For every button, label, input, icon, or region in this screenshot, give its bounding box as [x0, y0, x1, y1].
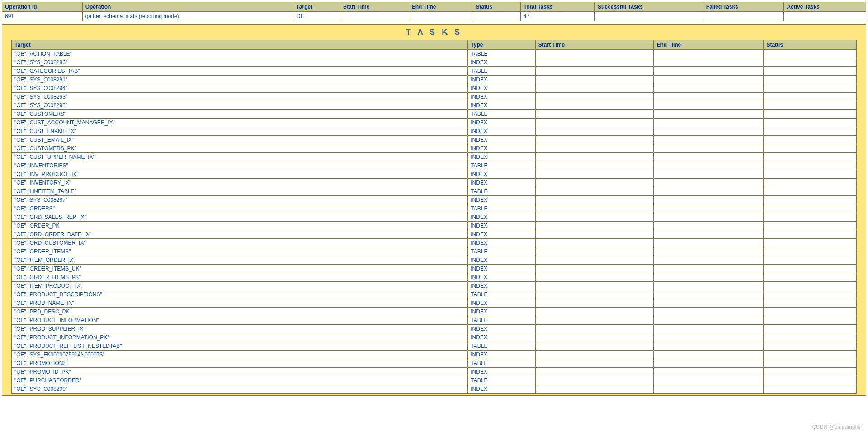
task-start-time-cell	[535, 247, 654, 256]
col-header-status: Status	[473, 2, 521, 12]
task-type-cell: INDEX	[468, 144, 536, 153]
task-type-cell: INDEX	[468, 299, 536, 308]
task-status-cell	[764, 127, 857, 136]
task-end-time-cell	[654, 351, 764, 359]
task-type-cell: INDEX	[468, 179, 536, 187]
operation-name-value: gather_schema_stats (reporting mode)	[82, 12, 293, 21]
task-status-cell	[764, 136, 857, 144]
task-start-time-cell	[535, 376, 654, 385]
operation-end-time-value	[409, 12, 473, 21]
col-header-task-status: Status	[764, 40, 857, 50]
task-status-cell	[764, 316, 857, 325]
task-type-cell: INDEX	[468, 153, 536, 161]
task-start-time-cell	[535, 136, 654, 144]
task-start-time-cell	[535, 256, 654, 265]
task-target-cell: "OE"."CUST_EMAIL_IX"	[12, 136, 468, 144]
task-target-cell: "OE"."PROMOTIONS"	[12, 359, 468, 368]
task-status-cell	[764, 333, 857, 342]
task-start-time-cell	[535, 230, 654, 239]
table-row: "OE"."PURCHASEORDER"TABLE	[12, 376, 857, 385]
task-status-cell	[764, 58, 857, 67]
task-end-time-cell	[654, 153, 764, 161]
operation-total-tasks-value: 47	[521, 12, 595, 21]
task-target-cell: "OE"."ORDERS"	[12, 204, 468, 213]
task-type-cell: INDEX	[468, 222, 536, 230]
col-header-task-start-time: Start Time	[535, 40, 654, 50]
task-target-cell: "OE"."PRODUCT_INFORMATION_PK"	[12, 333, 468, 342]
col-header-failed-tasks: Failed Tasks	[703, 2, 784, 12]
task-target-cell: "OE"."LINEITEM_TABLE"	[12, 187, 468, 196]
table-row: "OE"."ORD_CUSTOMER_IX"INDEX	[12, 239, 857, 247]
task-start-time-cell	[535, 187, 654, 196]
task-status-cell	[764, 359, 857, 368]
task-target-cell: "OE"."CUSTOMERS"	[12, 110, 468, 119]
task-end-time-cell	[654, 110, 764, 119]
task-start-time-cell	[535, 93, 654, 101]
task-target-cell: "OE"."ORD_SALES_REP_IX"	[12, 213, 468, 222]
table-row: "OE"."PRODUCT_INFORMATION_PK"INDEX	[12, 333, 857, 342]
table-row: "OE"."CUST_EMAIL_IX"INDEX	[12, 136, 857, 144]
task-type-cell: INDEX	[468, 273, 536, 282]
task-type-cell: INDEX	[468, 239, 536, 247]
task-end-time-cell	[654, 204, 764, 213]
task-target-cell: "OE"."PROD_SUPPLIER_IX"	[12, 325, 468, 333]
task-type-cell: TABLE	[468, 161, 536, 170]
page-root: Operation Id Operation Target Start Time…	[0, 0, 868, 398]
task-status-cell	[764, 290, 857, 299]
table-row: "OE"."CUSTOMERS"TABLE	[12, 110, 857, 119]
task-status-cell	[764, 376, 857, 385]
task-start-time-cell	[535, 161, 654, 170]
task-end-time-cell	[654, 213, 764, 222]
task-type-cell: INDEX	[468, 93, 536, 101]
task-status-cell	[764, 299, 857, 308]
task-type-cell: INDEX	[468, 308, 536, 316]
table-row: "OE"."PRODUCT_REF_LIST_NESTEDTAB"TABLE	[12, 342, 857, 351]
task-type-cell: INDEX	[468, 256, 536, 265]
task-type-cell: TABLE	[468, 110, 536, 119]
task-target-cell: "OE"."INV_PRODUCT_IX"	[12, 170, 468, 179]
operation-header-row: Operation Id Operation Target Start Time…	[2, 2, 866, 12]
task-start-time-cell	[535, 101, 654, 110]
table-row: "OE"."SYS_C008292"INDEX	[12, 101, 857, 110]
task-status-cell	[764, 256, 857, 265]
table-row: "OE"."PRODUCT_DESCRIPTIONS"TABLE	[12, 290, 857, 299]
task-status-cell	[764, 161, 857, 170]
task-target-cell: "OE"."CUST_LNAME_IX"	[12, 127, 468, 136]
task-status-cell	[764, 351, 857, 359]
task-type-cell: INDEX	[468, 333, 536, 342]
task-start-time-cell	[535, 351, 654, 359]
task-end-time-cell	[654, 93, 764, 101]
task-target-cell: "OE"."SYS_FK0000075914N00007$"	[12, 351, 468, 359]
task-target-cell: "OE"."ORD_ORDER_DATE_IX"	[12, 230, 468, 239]
table-row: "OE"."SYS_C008286"INDEX	[12, 58, 857, 67]
task-type-cell: TABLE	[468, 342, 536, 351]
table-row: "OE"."INVENTORIES"TABLE	[12, 161, 857, 170]
table-row: "OE"."SYS_C008291"INDEX	[12, 76, 857, 84]
operation-active-tasks-value	[784, 12, 866, 21]
col-header-successful-tasks: Successful Tasks	[595, 2, 703, 12]
task-status-cell	[764, 282, 857, 290]
table-row: "OE"."ORDER_ITEMS_PK"INDEX	[12, 273, 857, 282]
task-end-time-cell	[654, 50, 764, 58]
task-target-cell: "OE"."ACTION_TABLE"	[12, 50, 468, 58]
operation-target-value: OE	[293, 12, 340, 21]
table-row: "OE"."PROMOTIONS"TABLE	[12, 359, 857, 368]
col-header-task-end-time: End Time	[654, 40, 764, 50]
task-start-time-cell	[535, 67, 654, 76]
task-target-cell: "OE"."SYS_C008292"	[12, 101, 468, 110]
task-end-time-cell	[654, 84, 764, 93]
task-end-time-cell	[654, 67, 764, 76]
task-end-time-cell	[654, 325, 764, 333]
task-start-time-cell	[535, 179, 654, 187]
table-row: "OE"."ACTION_TABLE"TABLE	[12, 50, 857, 58]
task-end-time-cell	[654, 376, 764, 385]
col-header-operation-id: Operation Id	[2, 2, 83, 12]
task-type-cell: INDEX	[468, 351, 536, 359]
tasks-title: T A S K S	[2, 25, 866, 40]
task-status-cell	[764, 84, 857, 93]
tasks-panel: T A S K S Target Type Start Time End Tim…	[2, 24, 866, 396]
task-target-cell: "OE"."ITEM_PRODUCT_IX"	[12, 282, 468, 290]
task-end-time-cell	[654, 170, 764, 179]
task-start-time-cell	[535, 76, 654, 84]
task-start-time-cell	[535, 196, 654, 204]
